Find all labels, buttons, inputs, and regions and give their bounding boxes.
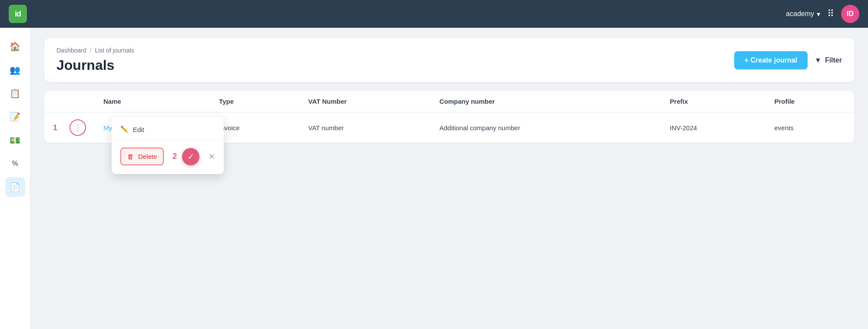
navbar: id academy ▾ ⠿ ID — [0, 0, 868, 28]
delete-menu-item[interactable]: 🗑 Delete — [120, 148, 164, 165]
trash-icon: 🗑 — [127, 153, 134, 160]
edit-menu-item[interactable]: ✏️ Edit — [112, 120, 224, 138]
row-vat-cell: VAT number — [300, 112, 431, 143]
delete-section: 🗑 Delete 2 ✓ ✕ — [112, 142, 224, 171]
edit-icon: ✏️ — [120, 125, 129, 133]
delete-row: 🗑 Delete 2 ✓ ✕ — [117, 146, 219, 167]
col-prefix: Prefix — [661, 91, 766, 112]
company-name: academy — [786, 10, 814, 18]
create-journal-button[interactable]: + Create journal — [734, 51, 808, 69]
row-company-cell: Additional company number — [431, 112, 661, 143]
checkmark-icon: ✓ — [188, 152, 194, 161]
navbar-left: id — [9, 5, 27, 23]
row-number-cell: 1 ⋮ — [44, 112, 95, 143]
page-header-left: Dashboard / List of journals Journals — [56, 47, 134, 73]
company-selector[interactable]: academy ▾ — [786, 10, 820, 18]
row-number-1: 1 — [53, 123, 66, 132]
logo[interactable]: id — [9, 5, 27, 23]
row-options-button[interactable]: ⋮ — [70, 119, 86, 136]
confirm-delete-button[interactable]: ✓ — [182, 148, 199, 165]
col-profile: Profile — [765, 91, 854, 112]
col-company-number: Company number — [431, 91, 661, 112]
col-type: Type — [210, 91, 299, 112]
breadcrumb-home[interactable]: Dashboard — [56, 47, 86, 54]
sidebar-item-notes[interactable]: 📝 — [5, 107, 25, 127]
sidebar-item-documents[interactable]: 📋 — [5, 83, 25, 103]
header-actions: + Create journal ▼ Filter — [734, 51, 842, 69]
table-card: Name Type VAT Number Company number Pref… — [44, 91, 854, 143]
grid-icon[interactable]: ⠿ — [827, 8, 834, 20]
navbar-right: academy ▾ ⠿ ID — [786, 5, 859, 23]
sidebar-item-discounts[interactable]: % — [5, 154, 25, 174]
table-header-row: Name Type VAT Number Company number Pref… — [44, 91, 854, 112]
breadcrumb-separator: / — [90, 47, 92, 54]
context-menu: ✏️ Edit 🗑 Delete 2 ✓ — [112, 117, 224, 174]
col-name: Name — [95, 91, 210, 112]
menu-separator — [112, 140, 224, 141]
x-icon: ✕ — [209, 152, 215, 161]
avatar[interactable]: ID — [841, 5, 859, 23]
app-body: 🏠 👥 📋 📝 💵 % 📄 Dashboard / List of journa… — [0, 28, 868, 329]
cancel-delete-button[interactable]: ✕ — [205, 150, 219, 164]
filter-icon: ▼ — [815, 56, 822, 64]
main-content: Dashboard / List of journals Journals + … — [30, 28, 868, 329]
breadcrumb-current: List of journals — [95, 47, 134, 54]
breadcrumb: Dashboard / List of journals — [56, 47, 134, 54]
edit-label: Edit — [133, 126, 144, 133]
row-number-2: 2 — [172, 152, 177, 161]
filter-label: Filter — [825, 56, 842, 64]
sidebar-item-home[interactable]: 🏠 — [5, 36, 25, 56]
col-vat-number: VAT Number — [300, 91, 431, 112]
page-title: Journals — [56, 57, 134, 73]
sidebar-item-users[interactable]: 👥 — [5, 60, 25, 80]
row-profile-cell: events — [765, 112, 854, 143]
delete-label: Delete — [138, 153, 157, 160]
sidebar: 🏠 👥 📋 📝 💵 % 📄 — [0, 28, 30, 329]
filter-button[interactable]: ▼ Filter — [815, 56, 842, 64]
chevron-down-icon: ▾ — [817, 10, 820, 18]
row-prefix-cell: INV-2024 — [661, 112, 766, 143]
sidebar-item-journals[interactable]: 📄 — [5, 177, 25, 197]
col-empty — [44, 91, 95, 112]
page-header: Dashboard / List of journals Journals + … — [44, 38, 854, 82]
sidebar-item-billing[interactable]: 💵 — [5, 130, 25, 150]
